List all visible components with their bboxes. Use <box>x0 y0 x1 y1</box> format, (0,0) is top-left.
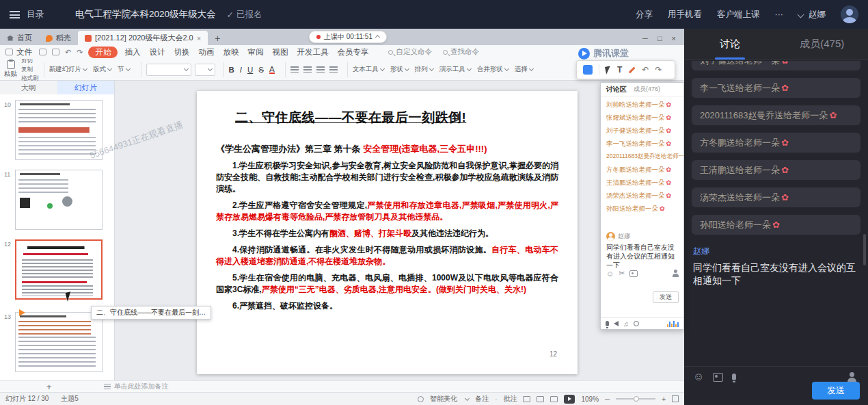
custom-command-button[interactable]: 自定义命令 <box>388 47 432 57</box>
current-slide[interactable]: 二、守住底线——不要在最后一刻跌倒! 《学生公寓管理办法》第三章 第十条 安全管… <box>197 91 578 374</box>
inner-tab-discussion[interactable]: 讨论区 <box>606 85 627 94</box>
ribbon-tab-member[interactable]: 会员专享 <box>337 47 368 57</box>
slideshow-play-button[interactable] <box>564 395 575 404</box>
maximize-button[interactable]: □ <box>657 34 662 42</box>
discussion-message-list[interactable]: 刘子健送给老师一朵✿ 李一飞送给老师一朵✿ 2020111683赵曼乔送给老师一… <box>684 61 868 304</box>
inner-send-button[interactable]: 发送 <box>653 291 679 303</box>
image-icon[interactable] <box>713 373 723 382</box>
fit-slide-icon[interactable] <box>672 395 679 402</box>
class-recording-pill[interactable]: 上课中 00:11:51 <box>309 31 387 43</box>
theme-name[interactable]: 主题5 <box>61 394 79 404</box>
slide-thumbnail-13[interactable] <box>15 312 103 372</box>
client-class-button[interactable]: 客户端上课 <box>717 9 760 21</box>
wps-home-tab[interactable]: 首页 <box>0 31 39 45</box>
user-name[interactable]: 赵娜 <box>809 9 826 21</box>
ribbon-tab-insert[interactable]: 插入 <box>124 47 140 57</box>
tab-discussion[interactable]: 讨论 <box>684 29 776 60</box>
strikethrough-button[interactable]: S <box>258 66 264 74</box>
zoom-in-button[interactable]: + <box>662 395 666 403</box>
scrollbar[interactable] <box>863 234 866 265</box>
wps-docer-tab[interactable]: 稻壳 <box>39 31 78 45</box>
align-justify-icon[interactable] <box>329 66 338 73</box>
send-button[interactable]: 发送 <box>812 382 860 400</box>
copy-button[interactable]: 复制 <box>21 66 39 74</box>
ribbon-tab-home[interactable]: 开始 <box>88 47 118 58</box>
undo-icon[interactable]: ↶ <box>642 65 649 75</box>
tab-members[interactable]: 成员(475) <box>776 29 868 60</box>
emoji-icon[interactable]: ☺ <box>693 371 704 383</box>
text-tool-icon[interactable]: T <box>617 65 622 75</box>
ribbon-tab-view[interactable]: 视图 <box>272 47 288 57</box>
ribbon-tab-developer[interactable]: 开发工具 <box>297 47 328 57</box>
new-tab-button[interactable]: + <box>208 31 227 45</box>
normal-view-icon[interactable] <box>523 396 530 402</box>
tab-slides[interactable]: 幻灯片 <box>57 81 115 94</box>
save-icon[interactable] <box>39 49 46 55</box>
minimize-button[interactable]: ─ <box>642 34 648 42</box>
file-menu[interactable]: 文件 <box>5 47 32 57</box>
zoom-slider-handle[interactable] <box>634 396 639 402</box>
grid-view-icon[interactable] <box>537 396 544 402</box>
speaker-icon[interactable] <box>614 321 619 326</box>
wps-document-tab[interactable]: [2021.12] 2020级年级大会2.0× <box>78 31 208 45</box>
settings-gear-icon[interactable] <box>634 321 639 326</box>
font-family-select[interactable] <box>146 64 191 76</box>
ribbon-tab-slideshow[interactable]: 放映 <box>223 47 239 57</box>
ribbon-tab-animation[interactable]: 动画 <box>198 47 214 57</box>
select-cursor-icon[interactable] <box>605 66 612 74</box>
present-tools-button[interactable]: 演示工具 <box>439 65 471 74</box>
arrange-button[interactable]: 排列 <box>415 65 433 74</box>
share-button[interactable]: 分享 <box>636 9 653 21</box>
reading-view-icon[interactable] <box>550 396 558 402</box>
pen-tool-icon[interactable] <box>629 66 636 73</box>
print-icon[interactable] <box>52 49 59 55</box>
redo-icon[interactable]: ↷ <box>77 48 83 57</box>
image-icon[interactable] <box>629 270 638 277</box>
beautify-button[interactable]: 智能美化 <box>430 394 457 404</box>
slide-thumbnail-11[interactable] <box>15 170 103 230</box>
tab-outline[interactable]: 大纲 <box>0 81 57 94</box>
merge-shapes-button[interactable]: 合并形状 <box>477 65 508 74</box>
comments-toggle[interactable]: 批注 <box>503 394 517 404</box>
notes-hint[interactable]: 单击此处添加备注 <box>114 382 169 391</box>
chevron-down-icon[interactable] <box>798 11 804 18</box>
align-center-icon[interactable] <box>303 66 312 73</box>
phone-view-button[interactable]: 用手机看 <box>668 9 702 21</box>
select-button[interactable]: 选择 <box>515 65 533 74</box>
play-from-slide-icon[interactable] <box>19 309 25 316</box>
ribbon-tab-review[interactable]: 审阅 <box>247 47 263 57</box>
paste-button[interactable]: 粘贴 <box>4 60 17 79</box>
redo-icon[interactable]: ↷ <box>655 65 662 75</box>
close-tab-icon[interactable]: × <box>197 34 201 42</box>
underline-button[interactable]: U <box>247 66 253 74</box>
font-color-button[interactable]: A <box>269 66 275 74</box>
font-size-select[interactable] <box>195 64 215 76</box>
member-icon[interactable] <box>672 270 679 277</box>
whiteboard-icon[interactable] <box>583 65 593 75</box>
align-left-icon[interactable] <box>290 66 299 73</box>
find-command-button[interactable]: 查找命令 <box>443 47 479 57</box>
zoom-out-button[interactable]: ─ <box>605 395 610 403</box>
shapes-button[interactable]: 形状 <box>390 65 409 74</box>
music-icon[interactable]: ♫ <box>623 320 629 328</box>
microphone-icon[interactable] <box>606 321 609 326</box>
slide-thumbnail-12-selected[interactable] <box>15 239 103 300</box>
microphone-icon[interactable] <box>732 374 736 380</box>
close-button[interactable]: × <box>672 34 676 42</box>
catalog-button[interactable]: 目录 <box>27 9 44 21</box>
member-icon[interactable] <box>847 372 857 382</box>
ribbon-tab-design[interactable]: 设计 <box>149 47 165 57</box>
notes-toggle[interactable]: 备注 <box>475 394 489 404</box>
align-right-icon[interactable] <box>316 66 325 73</box>
inner-tab-members[interactable]: 成员(476) <box>634 85 660 94</box>
new-slide-button[interactable]: 新建幻灯片 <box>49 65 87 74</box>
ribbon-tab-transition[interactable]: 切换 <box>174 47 189 57</box>
avatar[interactable] <box>841 5 858 23</box>
bold-button[interactable]: B <box>229 66 234 74</box>
text-tool-button[interactable]: 文本工具 <box>353 65 384 74</box>
layout-button[interactable]: 版式 <box>93 65 111 74</box>
section-button[interactable]: 节 <box>118 65 130 74</box>
undo-icon[interactable]: ↶ <box>65 48 71 57</box>
zoom-slider[interactable] <box>616 398 655 400</box>
add-slide-button[interactable]: + <box>46 382 52 392</box>
